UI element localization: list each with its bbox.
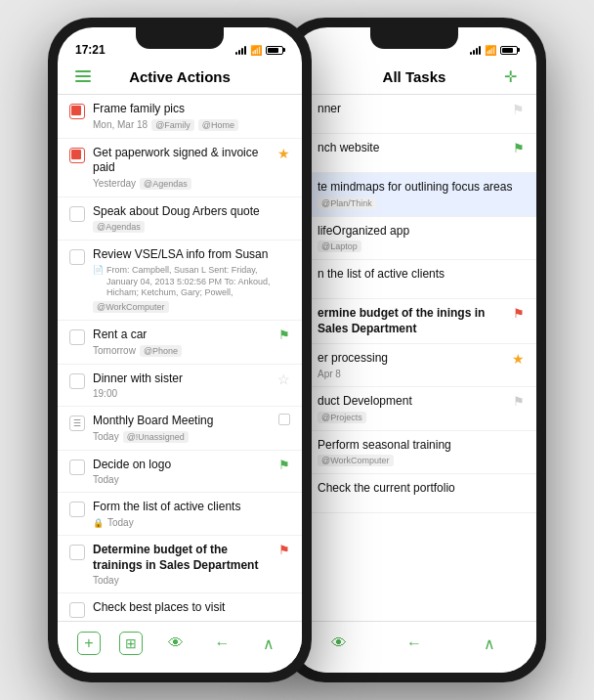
- task-item[interactable]: Perform seasonal training @WorkComputer: [292, 431, 536, 475]
- task-content: Speak about Doug Arbers quote @Agendas: [93, 204, 290, 234]
- signal-icon: [470, 45, 481, 55]
- task-note: 📄 From: Campbell, Susan L Sent: Friday, …: [93, 265, 290, 299]
- task-checkbox[interactable]: [69, 545, 85, 560]
- task-date: Mon, Mar 18: [93, 119, 148, 130]
- task-checkbox[interactable]: [69, 148, 85, 163]
- task-meta: Mon, Mar 18 @Family @Home: [93, 119, 290, 131]
- right-toolbar: 👁 ← ∧: [292, 621, 536, 673]
- task-item[interactable]: Check the current portfolio: [292, 474, 536, 513]
- task-date: Tomorrow: [93, 345, 136, 356]
- task-item[interactable]: lifeOrganized app @Laptop: [292, 217, 536, 261]
- back-arrow-button[interactable]: ←: [209, 630, 236, 657]
- chevron-up-button[interactable]: ∧: [255, 630, 282, 657]
- task-item[interactable]: nch website ⚑: [292, 134, 536, 173]
- task-content: duct Development @Projects: [318, 394, 513, 423]
- right-nav-bar: All Tasks ✛: [292, 63, 536, 95]
- task-meta: Apr 8: [318, 369, 512, 379]
- mini-checkbox[interactable]: [278, 414, 290, 425]
- task-item[interactable]: Review VSE/LSA info from Susan 📄 From: C…: [58, 241, 302, 321]
- plus-cross-icon: ✛: [504, 67, 517, 86]
- task-content: er processing Apr 8: [318, 351, 512, 379]
- task-checkbox[interactable]: [69, 104, 85, 119]
- task-checkbox[interactable]: [69, 249, 85, 265]
- subtask-icon: ⊞: [125, 635, 137, 651]
- eye-button[interactable]: 👁: [162, 630, 190, 657]
- task-date: 19:00: [93, 388, 117, 399]
- task-date: Apr 8: [318, 369, 341, 379]
- star-icon: ★: [277, 146, 290, 161]
- task-item[interactable]: ermine budget of the inings in Sales Dep…: [292, 299, 536, 344]
- add-task-button[interactable]: +: [77, 632, 101, 655]
- task-meta: Tomorrow @Phone: [93, 345, 278, 357]
- add-subtask-button[interactable]: ⊞: [119, 632, 143, 655]
- task-item[interactable]: Get paperwork signed & invoice paid Yest…: [58, 139, 302, 197]
- right-nav-title: All Tasks: [383, 68, 446, 85]
- task-content: Decide on logo Today: [93, 458, 278, 486]
- task-title: Monthly Board Meeting: [93, 414, 278, 429]
- task-item[interactable]: Determine budget of the trainings in Sal…: [58, 536, 302, 593]
- flag-icon: ⚑: [278, 543, 290, 557]
- left-task-list: Frame family pics Mon, Mar 18 @Family @H…: [58, 95, 302, 621]
- plus-cross-button[interactable]: ✛: [499, 65, 523, 88]
- task-title: Check the current portfolio: [318, 481, 525, 497]
- task-checkbox[interactable]: [69, 206, 85, 222]
- eye-icon: 👁: [168, 634, 184, 652]
- right-screen: 📶 All Tasks ✛: [292, 27, 536, 673]
- task-title: Form the list of active clients: [93, 500, 290, 515]
- task-item[interactable]: Check best places to visit: [58, 593, 302, 621]
- task-tag: @WorkComputer: [93, 301, 169, 313]
- task-title: duct Development: [318, 394, 513, 410]
- task-checkbox[interactable]: [69, 329, 85, 345]
- back-arrow-button[interactable]: ←: [401, 630, 428, 657]
- task-item[interactable]: Rent a car Tomorrow @Phone ⚑: [58, 321, 302, 365]
- task-checkbox[interactable]: [69, 459, 85, 475]
- task-meta: Yesterday @Agendas: [93, 178, 277, 190]
- chevron-up-button[interactable]: ∧: [476, 630, 503, 657]
- task-item[interactable]: te mindmaps for outlining focus areas @P…: [292, 173, 536, 217]
- task-meta: @Laptop: [318, 241, 525, 252]
- task-checkbox[interactable]: [69, 502, 85, 517]
- eye-button[interactable]: 👁: [325, 630, 353, 657]
- task-title: lifeOrganized app: [318, 224, 525, 240]
- hamburger-icon[interactable]: [71, 65, 95, 88]
- task-item[interactable]: Speak about Doug Arbers quote @Agendas: [58, 197, 302, 241]
- phones-container: 17:21 📶: [48, 18, 546, 682]
- star-icon: ⚑: [512, 102, 525, 117]
- flag-icon: ⚑: [513, 394, 525, 409]
- task-item[interactable]: Form the list of active clients 🔒 Today: [58, 493, 302, 536]
- task-tag: @WorkComputer: [318, 455, 394, 466]
- task-checkbox[interactable]: [69, 602, 85, 618]
- notch: [136, 27, 224, 49]
- task-content: Monthly Board Meeting Today @!Unassigned: [93, 414, 278, 443]
- task-item[interactable]: ☰ Monthly Board Meeting Today @!Unassign…: [58, 407, 302, 451]
- task-checkbox[interactable]: [69, 373, 85, 389]
- task-item[interactable]: n the list of active clients: [292, 260, 536, 299]
- flag-icon: ⚑: [278, 458, 290, 472]
- task-item[interactable]: Dinner with sister 19:00 ☆: [58, 365, 302, 408]
- task-title: ermine budget of the inings in Sales Dep…: [318, 306, 513, 336]
- signal-icon: [235, 45, 246, 55]
- task-meta: 19:00: [93, 388, 277, 399]
- task-title: Determine budget of the trainings in Sal…: [93, 543, 278, 573]
- task-meta: 🔒 Today: [93, 517, 290, 528]
- task-content: te mindmaps for outlining focus areas @P…: [318, 180, 525, 209]
- task-content: Perform seasonal training @WorkComputer: [318, 438, 525, 467]
- left-toolbar: + ⊞ 👁 ← ∧: [58, 621, 302, 673]
- task-title: Get paperwork signed & invoice paid: [93, 146, 277, 176]
- task-tag: @!Unassigned: [123, 431, 189, 443]
- task-content: nch website: [318, 141, 513, 156]
- back-arrow-icon: ←: [406, 634, 422, 652]
- task-right: [278, 414, 290, 425]
- notch: [370, 27, 458, 49]
- flag-icon: ⚑: [513, 141, 525, 155]
- task-item[interactable]: duct Development @Projects ⚑: [292, 387, 536, 431]
- left-time: 17:21: [75, 43, 106, 57]
- task-item[interactable]: Decide on logo Today ⚑: [58, 451, 302, 494]
- task-tag: @Agendas: [93, 221, 145, 233]
- task-item[interactable]: er processing Apr 8 ★: [292, 344, 536, 387]
- task-checkbox[interactable]: ☰: [69, 416, 85, 431]
- left-phone: 17:21 📶: [48, 18, 312, 682]
- task-item[interactable]: nner ⚑: [292, 95, 536, 134]
- task-item[interactable]: Frame family pics Mon, Mar 18 @Family @H…: [58, 95, 302, 139]
- wifi-icon: 📶: [485, 45, 496, 56]
